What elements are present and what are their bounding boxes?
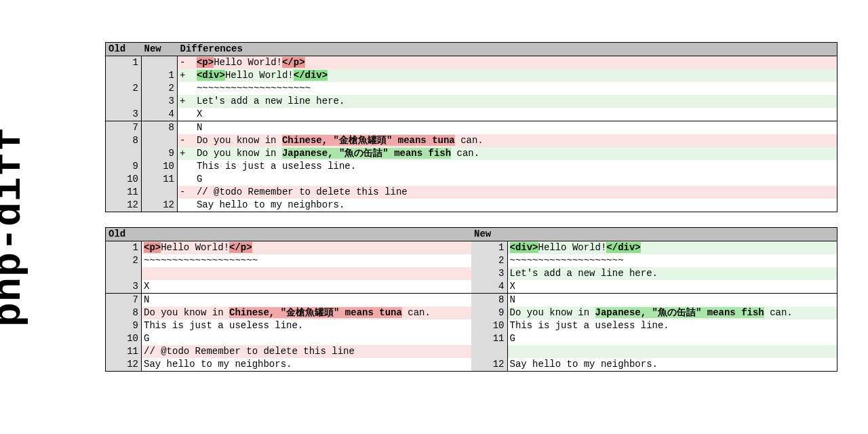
old-code: Say hello to my neighbors. [142, 358, 472, 372]
new-code: Say hello to my neighbors. [507, 358, 837, 372]
old-line-number: 2 [106, 82, 142, 95]
old-line-number [106, 95, 142, 108]
diff-row: 10G11G [106, 332, 837, 345]
new-code: Do you know in Japanese, "魚の缶詰" means fi… [507, 307, 837, 319]
new-line-number: 3 [471, 267, 507, 280]
project-title: php-diff [0, 126, 32, 327]
new-line-number: 9 [471, 307, 507, 319]
old-line-number: 10 [106, 173, 142, 186]
diff-row: 12Say hello to my neighbors.12Say hello … [106, 358, 837, 372]
new-line-number: 11 [142, 173, 178, 186]
diff-code: // @todo Remember to delete this line [191, 186, 837, 199]
diff-row: 2~~~~~~~~~~~~~~~~~~~~2~~~~~~~~~~~~~~~~~~… [106, 254, 837, 267]
new-line-number: 8 [471, 294, 507, 307]
old-line-number: 12 [106, 358, 142, 372]
diff-row: 34 X [106, 108, 837, 121]
new-line-number: 2 [471, 254, 507, 267]
diff-sign: - [178, 186, 191, 199]
diff-sign: - [178, 56, 191, 70]
old-line-number: 10 [106, 332, 142, 345]
diff-sign: + [178, 95, 191, 108]
diff-sign [178, 82, 191, 95]
diff-sign: - [178, 134, 191, 147]
new-line-number: 1 [471, 241, 507, 255]
old-code: G [142, 332, 472, 345]
diff-code: This is just a useless line. [191, 160, 837, 173]
diff-row: 1<p>Hello World!</p>1<div>Hello World!</… [106, 241, 837, 255]
sbs-header-new: New [471, 228, 837, 241]
diff-row: 910 This is just a useless line. [106, 160, 837, 173]
diff-row: 1- <p>Hello World!</p> [106, 56, 837, 70]
diff-row: 11// @todo Remember to delete this line [106, 345, 837, 358]
diff-row: 78 N [106, 121, 837, 135]
diff-row: 8Do you know in Chinese, "金槍魚罐頭" means t… [106, 307, 837, 319]
new-code: <div>Hello World!</div> [507, 241, 837, 255]
old-line-number: 7 [106, 294, 142, 307]
diff-row: 3Let's add a new line here. [106, 267, 837, 280]
old-line-number: 8 [106, 134, 142, 147]
diff-row: 3X4X [106, 280, 837, 294]
diff-code: <p>Hello World!</p> [191, 56, 837, 70]
diff-code: <div>Hello World!</div> [191, 69, 837, 82]
new-line-number [142, 134, 178, 147]
diff-code: ~~~~~~~~~~~~~~~~~~~~ [191, 82, 837, 95]
unified-diff-table: Old New Differences 1- <p>Hello World!</… [105, 42, 837, 212]
diff-row: 22 ~~~~~~~~~~~~~~~~~~~~ [106, 82, 837, 95]
old-code: // @todo Remember to delete this line [142, 345, 472, 358]
new-line-number: 4 [471, 280, 507, 294]
diff-row: 8- Do you know in Chinese, "金槍魚罐頭" means… [106, 134, 837, 147]
new-line-number: 12 [142, 199, 178, 212]
new-code [507, 345, 837, 358]
new-line-number: 2 [142, 82, 178, 95]
old-code [142, 267, 472, 280]
new-line-number: 1 [142, 69, 178, 82]
old-line-number: 8 [106, 307, 142, 319]
new-line-number: 4 [142, 108, 178, 121]
diff-code: Do you know in Chinese, "金槍魚罐頭" means tu… [191, 134, 837, 147]
diff-sign [178, 160, 191, 173]
old-line-number: 7 [106, 121, 142, 135]
diff-row: 1011 G [106, 173, 837, 186]
old-line-number: 3 [106, 108, 142, 121]
new-code: G [507, 332, 837, 345]
new-line-number: 11 [471, 332, 507, 345]
diff-code: Say hello to my neighbors. [191, 199, 837, 212]
old-line-number: 11 [106, 345, 142, 358]
old-line-number: 9 [106, 319, 142, 332]
new-line-number: 10 [471, 319, 507, 332]
diff-sign [178, 199, 191, 212]
new-line-number [142, 186, 178, 199]
old-line-number: 1 [106, 56, 142, 70]
old-line-number: 1 [106, 241, 142, 255]
sbs-header-old: Old [106, 228, 472, 241]
diff-sign: + [178, 147, 191, 160]
old-code: X [142, 280, 472, 294]
new-code: X [507, 280, 837, 294]
diff-sign [178, 173, 191, 186]
header-diff: Differences [178, 43, 837, 56]
old-line-number: 2 [106, 254, 142, 267]
new-code: N [507, 294, 837, 307]
new-line-number: 9 [142, 147, 178, 160]
new-line-number: 10 [142, 160, 178, 173]
diff-code: G [191, 173, 837, 186]
new-code: This is just a useless line. [507, 319, 837, 332]
new-line-number [471, 345, 507, 358]
old-code: <p>Hello World!</p> [142, 241, 472, 255]
header-old: Old [106, 43, 142, 56]
diff-row: 9+ Do you know in Japanese, "魚の缶詰" means… [106, 147, 837, 160]
old-code: Do you know in Chinese, "金槍魚罐頭" means tu… [142, 307, 472, 319]
side-by-side-diff-table: Old New 1<p>Hello World!</p>1<div>Hello … [105, 227, 837, 372]
new-code: ~~~~~~~~~~~~~~~~~~~~ [507, 254, 837, 267]
old-line-number: 3 [106, 280, 142, 294]
new-line-number: 8 [142, 121, 178, 135]
diff-row: 1212 Say hello to my neighbors. [106, 199, 837, 212]
new-code: Let's add a new line here. [507, 267, 837, 280]
diff-sign: + [178, 69, 191, 82]
diff-row: 3+ Let's add a new line here. [106, 95, 837, 108]
diff-row: 9This is just a useless line.10This is j… [106, 319, 837, 332]
old-code: This is just a useless line. [142, 319, 472, 332]
old-line-number [106, 267, 142, 280]
old-code: ~~~~~~~~~~~~~~~~~~~~ [142, 254, 472, 267]
diff-code: X [191, 108, 837, 121]
